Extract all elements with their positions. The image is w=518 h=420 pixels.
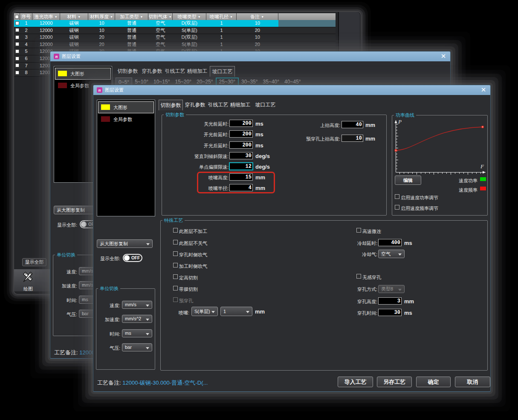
svg-text:F: F — [480, 163, 484, 170]
svg-text:P: P — [398, 118, 402, 125]
